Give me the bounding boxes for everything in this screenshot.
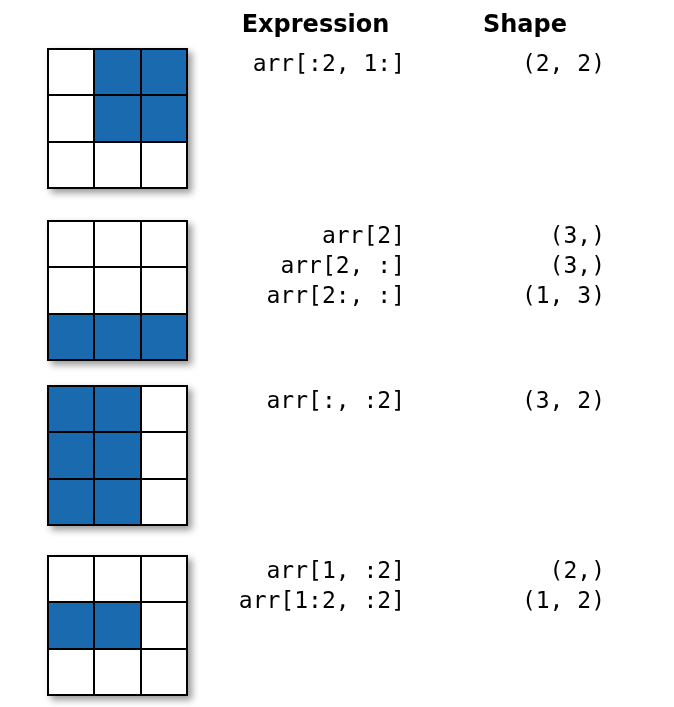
expression-line: arr[2:, :](1, 3): [210, 280, 640, 310]
grid-cell: [94, 49, 140, 95]
grid-cell: [48, 142, 94, 188]
expression-block: arr[:2, 1:](2, 2): [210, 48, 640, 78]
shape-text: (1, 3): [425, 280, 605, 310]
grid-cell: [141, 602, 187, 648]
grid-cell: [48, 49, 94, 95]
grid-cell: [48, 432, 94, 478]
grid-cell: [94, 142, 140, 188]
grid-cell: [94, 314, 140, 360]
diagram-row: arr[1, :2](2,)arr[1:2, :2](1, 2): [0, 555, 674, 707]
grid-cell: [141, 479, 187, 525]
grid-cell: [48, 314, 94, 360]
shape-text: (1, 2): [425, 585, 605, 615]
grid-cell: [48, 602, 94, 648]
expression-text: arr[:, :2]: [210, 385, 405, 415]
expression-line: arr[1, :2](2,): [210, 555, 640, 585]
expression-line: arr[2, :](3,): [210, 250, 640, 280]
grid-cell: [48, 95, 94, 141]
expression-text: arr[1, :2]: [210, 555, 405, 585]
expression-block: arr[2](3,)arr[2, :](3,)arr[2:, :](1, 3): [210, 220, 640, 310]
expression-text: arr[2, :]: [210, 250, 405, 280]
shape-text: (2,): [425, 555, 605, 585]
expression-text: arr[2]: [210, 220, 405, 250]
grid-cell: [48, 386, 94, 432]
grid-cell: [141, 267, 187, 313]
grid-cell: [94, 649, 140, 695]
grid-cell: [48, 649, 94, 695]
grid-cell: [141, 432, 187, 478]
header-expression: Expression: [228, 10, 403, 38]
grid-cell: [141, 221, 187, 267]
diagram-row: arr[:2, 1:](2, 2): [0, 48, 674, 218]
diagram-row: arr[:, :2](3, 2): [0, 385, 674, 555]
array-grid: [47, 220, 188, 361]
diagram-row: arr[2](3,)arr[2, :](3,)arr[2:, :](1, 3): [0, 220, 674, 390]
expression-text: arr[:2, 1:]: [210, 48, 405, 78]
expression-text: arr[1:2, :2]: [210, 585, 405, 615]
grid-cell: [48, 267, 94, 313]
array-grid: [47, 385, 188, 526]
grid-cell: [94, 95, 140, 141]
array-grid: [47, 48, 188, 189]
expression-line: arr[:2, 1:](2, 2): [210, 48, 640, 78]
expression-text: arr[2:, :]: [210, 280, 405, 310]
expression-block: arr[:, :2](3, 2): [210, 385, 640, 415]
grid-cell: [94, 267, 140, 313]
grid-cell: [94, 479, 140, 525]
header-shape: Shape: [465, 10, 585, 38]
grid-cell: [141, 95, 187, 141]
grid-cell: [94, 386, 140, 432]
grid-cell: [141, 49, 187, 95]
grid-cell: [141, 386, 187, 432]
shape-text: (3,): [425, 250, 605, 280]
expression-line: arr[:, :2](3, 2): [210, 385, 640, 415]
grid-cell: [48, 556, 94, 602]
grid-cell: [48, 479, 94, 525]
grid-cell: [94, 556, 140, 602]
array-grid: [47, 555, 188, 696]
expression-line: arr[1:2, :2](1, 2): [210, 585, 640, 615]
expression-block: arr[1, :2](2,)arr[1:2, :2](1, 2): [210, 555, 640, 615]
grid-cell: [141, 649, 187, 695]
grid-cell: [94, 432, 140, 478]
expression-line: arr[2](3,): [210, 220, 640, 250]
grid-cell: [94, 602, 140, 648]
shape-text: (3, 2): [425, 385, 605, 415]
grid-cell: [94, 221, 140, 267]
grid-cell: [141, 142, 187, 188]
grid-cell: [48, 221, 94, 267]
shape-text: (3,): [425, 220, 605, 250]
grid-cell: [141, 314, 187, 360]
shape-text: (2, 2): [425, 48, 605, 78]
grid-cell: [141, 556, 187, 602]
